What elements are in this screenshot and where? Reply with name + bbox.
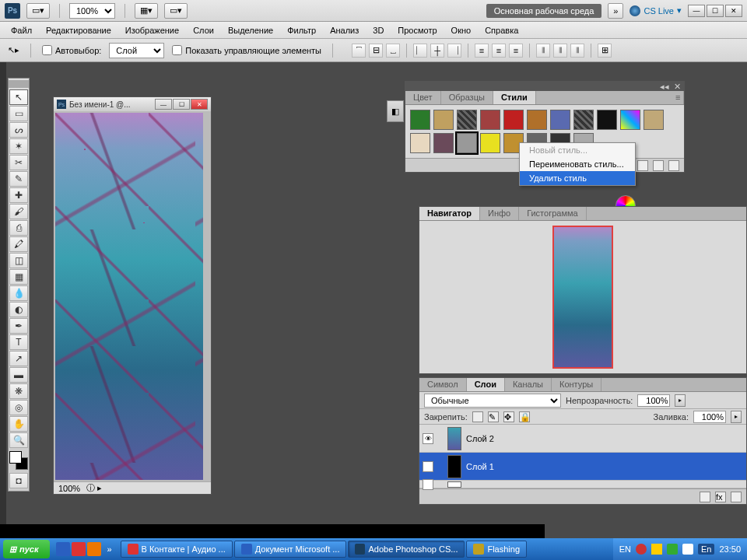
panel-collapse-icon[interactable]: ◂◂ xyxy=(660,82,669,92)
style-swatch-4[interactable] xyxy=(503,110,524,130)
document-canvas[interactable] xyxy=(55,113,203,480)
close-button[interactable]: ✕ xyxy=(725,5,742,17)
align-vcenter-icon[interactable]: ⊟ xyxy=(369,44,383,58)
style-swatch-14[interactable] xyxy=(480,133,500,153)
lock-pixels-icon[interactable]: ✎ xyxy=(488,411,499,422)
show-controls-checkbox[interactable]: Показать управляющие элементы xyxy=(172,45,321,55)
distribute-vcenter-icon[interactable]: ≡ xyxy=(492,44,506,58)
zoom-tool[interactable]: 🔍 xyxy=(9,432,28,448)
distribute-left-icon[interactable]: ⦀ xyxy=(536,44,550,58)
hand-tool[interactable]: ✋ xyxy=(9,416,28,432)
doc-close-button[interactable]: ✕ xyxy=(191,99,208,110)
align-hcenter-icon[interactable]: ┼ xyxy=(430,44,444,58)
view-mode-button[interactable]: ▭▾ xyxy=(26,3,50,19)
auto-select-checkbox[interactable]: Автовыбор: xyxy=(42,45,101,55)
tab-цвет[interactable]: Цвет xyxy=(405,91,441,104)
style-swatch-3[interactable] xyxy=(480,110,500,130)
color-swatches[interactable] xyxy=(9,451,28,470)
start-button[interactable]: ⊞ пуск xyxy=(3,540,50,558)
quick-launch-more[interactable]: » xyxy=(103,542,117,556)
zoom-select[interactable]: 100% xyxy=(69,3,115,19)
eyedropper-tool[interactable]: ✎ xyxy=(9,171,28,187)
language-indicator[interactable]: EN xyxy=(619,544,631,554)
layer-row[interactable]: 👁Слой 2 xyxy=(419,425,746,453)
tray-icon-4[interactable] xyxy=(682,544,693,555)
tab-навигатор[interactable]: Навигатор xyxy=(419,207,480,220)
menu-редактирование[interactable]: Редактирование xyxy=(40,23,117,37)
shape-tool[interactable]: ▬ xyxy=(9,367,28,383)
menu-выделение[interactable]: Выделение xyxy=(222,23,279,37)
arrange-docs-button[interactable]: ▦▾ xyxy=(135,3,158,19)
visibility-toggle-icon[interactable]: 👁 xyxy=(423,461,433,472)
layer-thumbnail[interactable] xyxy=(447,455,461,478)
style-swatch-13[interactable] xyxy=(457,133,477,153)
link-layers-icon[interactable] xyxy=(700,492,710,502)
blend-mode-select[interactable]: Обычные xyxy=(424,394,561,408)
opacity-input[interactable] xyxy=(637,394,670,407)
language-indicator-2[interactable]: En xyxy=(698,544,714,555)
menu-слои[interactable]: Слои xyxy=(187,23,220,37)
quick-mask-toggle[interactable]: ◘ xyxy=(9,473,28,488)
auto-select-target[interactable]: Слой xyxy=(109,43,164,58)
tab-слои[interactable]: Слои xyxy=(467,378,505,391)
healing-tool[interactable]: ✚ xyxy=(9,187,28,203)
ie-icon[interactable] xyxy=(56,542,70,556)
stamp-tool[interactable]: ⎙ xyxy=(9,220,28,236)
style-swatch-7[interactable] xyxy=(573,110,594,130)
history-brush-tool[interactable]: 🖍 xyxy=(9,236,28,252)
eraser-tool[interactable]: ◫ xyxy=(9,253,28,268)
tray-icon-3[interactable] xyxy=(667,544,678,555)
3d-tool[interactable]: ❋ xyxy=(9,383,28,399)
menu-3d[interactable]: 3D xyxy=(366,23,390,37)
lock-position-icon[interactable]: ✥ xyxy=(503,411,514,422)
brush-tool[interactable]: 🖌 xyxy=(9,204,28,219)
fill-input[interactable] xyxy=(693,411,726,423)
align-top-icon[interactable]: ⎴ xyxy=(352,44,366,58)
layer-row[interactable]: 👁Слой 1 xyxy=(419,453,746,481)
minimize-button[interactable]: — xyxy=(688,5,705,17)
tab-каналы[interactable]: Каналы xyxy=(505,378,552,391)
doc-info-icon[interactable]: ⓘ ▸ xyxy=(86,482,102,494)
marquee-tool[interactable]: ▭ xyxy=(9,106,28,121)
style-swatch-11[interactable] xyxy=(410,133,430,153)
style-swatch-8[interactable] xyxy=(597,110,617,130)
lock-transparency-icon[interactable] xyxy=(472,411,483,422)
lock-all-icon[interactable]: 🔒 xyxy=(519,411,530,422)
align-bottom-icon[interactable]: ⎵ xyxy=(386,44,400,58)
menu-окно[interactable]: Окно xyxy=(445,23,478,37)
panel-collapse-icon[interactable]: ◧ xyxy=(387,100,404,122)
menu-фильтр[interactable]: Фильтр xyxy=(281,23,322,37)
opera-icon[interactable] xyxy=(72,542,86,556)
taskbar-task[interactable]: В Контакте | Аудио ... xyxy=(121,541,233,558)
doc-maximize-button[interactable]: ☐ xyxy=(173,99,190,110)
distribute-top-icon[interactable]: ≡ xyxy=(475,44,489,58)
workspace-label[interactable]: Основная рабочая среда xyxy=(486,4,602,18)
cs-live-button[interactable]: CS Live ▾ xyxy=(630,5,682,16)
layer-name[interactable]: Слой 2 xyxy=(466,434,743,443)
style-swatch-1[interactable] xyxy=(433,110,454,130)
visibility-toggle-icon[interactable]: 👁 xyxy=(423,433,433,444)
lasso-tool[interactable]: ᔕ xyxy=(9,122,28,138)
menu-изображение[interactable]: Изображение xyxy=(119,23,185,37)
tray-icon-2[interactable] xyxy=(651,544,662,555)
dodge-tool[interactable]: ◐ xyxy=(9,302,28,317)
panel-menu-icon[interactable]: ≡ xyxy=(668,91,684,104)
distribute-right-icon[interactable]: ⦀ xyxy=(570,44,584,58)
taskbar-task[interactable]: Adobe Photoshop CS... xyxy=(348,541,465,558)
new-style-icon[interactable] xyxy=(653,160,664,171)
toolbox-grip[interactable] xyxy=(9,80,29,88)
fill-flyout-button[interactable]: ▸ xyxy=(731,411,742,423)
opacity-flyout-button[interactable]: ▸ xyxy=(675,394,686,407)
blur-tool[interactable]: 💧 xyxy=(9,285,28,301)
taskbar-task[interactable]: Flashing xyxy=(466,541,527,558)
tray-icon-1[interactable] xyxy=(636,544,647,555)
layer-style-icon[interactable]: fx xyxy=(715,492,726,502)
type-tool[interactable]: T xyxy=(9,334,28,350)
panel-topbar[interactable]: ◂◂✕ xyxy=(405,82,684,91)
tab-гистограмма[interactable]: Гистограмма xyxy=(519,207,587,220)
foreground-color-swatch[interactable] xyxy=(9,451,22,464)
panel-close-icon[interactable]: ✕ xyxy=(674,82,681,92)
menu-анализ[interactable]: Анализ xyxy=(324,23,365,37)
auto-align-icon[interactable]: ⊞ xyxy=(598,44,612,58)
style-swatch-10[interactable] xyxy=(644,110,664,130)
